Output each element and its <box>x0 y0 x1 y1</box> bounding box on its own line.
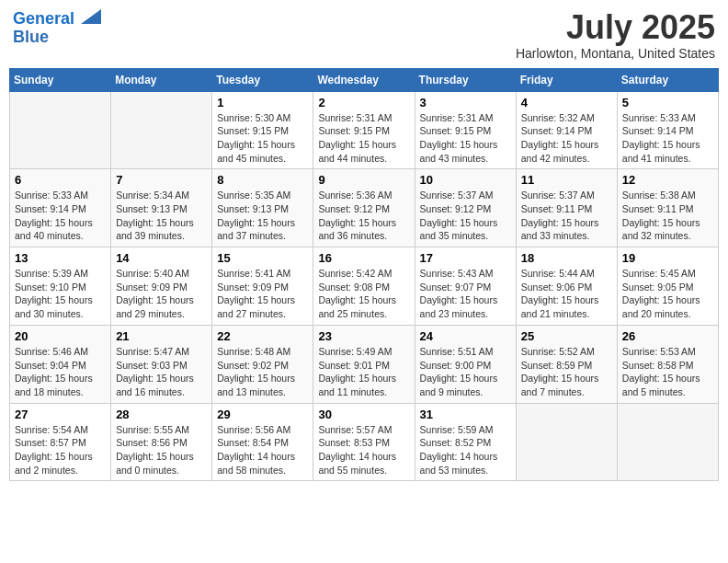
calendar-cell: 20Sunrise: 5:46 AMSunset: 9:04 PMDayligh… <box>10 325 111 403</box>
calendar-cell: 5Sunrise: 5:33 AMSunset: 9:14 PMDaylight… <box>617 91 718 169</box>
calendar-cell: 10Sunrise: 5:37 AMSunset: 9:12 PMDayligh… <box>415 169 516 247</box>
calendar-cell: 6Sunrise: 5:33 AMSunset: 9:14 PMDaylight… <box>10 169 111 247</box>
calendar-cell: 21Sunrise: 5:47 AMSunset: 9:03 PMDayligh… <box>111 325 212 403</box>
day-number: 13 <box>15 251 106 265</box>
day-info: Sunrise: 5:39 AMSunset: 9:10 PMDaylight:… <box>15 267 106 321</box>
calendar-cell: 4Sunrise: 5:32 AMSunset: 9:14 PMDaylight… <box>516 91 617 169</box>
day-info: Sunrise: 5:36 AMSunset: 9:12 PMDaylight:… <box>318 189 409 243</box>
calendar-cell: 17Sunrise: 5:43 AMSunset: 9:07 PMDayligh… <box>415 247 516 326</box>
day-info: Sunrise: 5:45 AMSunset: 9:05 PMDaylight:… <box>622 267 713 321</box>
day-number: 2 <box>318 96 409 109</box>
day-number: 30 <box>318 408 409 421</box>
calendar-cell: 29Sunrise: 5:56 AMSunset: 8:54 PMDayligh… <box>212 403 313 481</box>
day-number: 25 <box>521 329 612 343</box>
day-info: Sunrise: 5:52 AMSunset: 8:59 PMDaylight:… <box>521 345 612 399</box>
day-number: 21 <box>116 329 207 343</box>
day-info: Sunrise: 5:44 AMSunset: 9:06 PMDaylight:… <box>521 267 612 321</box>
day-info: Sunrise: 5:43 AMSunset: 9:07 PMDaylight:… <box>420 267 511 321</box>
day-info: Sunrise: 5:42 AMSunset: 9:08 PMDaylight:… <box>318 267 409 321</box>
day-info: Sunrise: 5:47 AMSunset: 9:03 PMDaylight:… <box>116 345 207 399</box>
calendar-cell: 23Sunrise: 5:49 AMSunset: 9:01 PMDayligh… <box>313 325 415 403</box>
calendar-cell: 11Sunrise: 5:37 AMSunset: 9:11 PMDayligh… <box>516 169 617 247</box>
calendar-cell: 22Sunrise: 5:48 AMSunset: 9:02 PMDayligh… <box>212 325 313 403</box>
weekday-header-thursday: Thursday <box>415 68 516 91</box>
day-info: Sunrise: 5:33 AMSunset: 9:14 PMDaylight:… <box>622 111 713 166</box>
calendar-cell <box>10 91 111 169</box>
day-number: 31 <box>420 408 511 421</box>
day-info: Sunrise: 5:34 AMSunset: 9:13 PMDaylight:… <box>116 189 207 243</box>
day-number: 6 <box>15 173 106 187</box>
day-number: 16 <box>318 251 409 265</box>
weekday-header-monday: Monday <box>111 68 212 91</box>
title-block: July 2025 Harlowton, Montana, United Sta… <box>516 9 715 61</box>
day-number: 17 <box>420 251 511 265</box>
logo-general: General <box>13 9 74 28</box>
day-number: 27 <box>15 408 106 421</box>
weekday-header-friday: Friday <box>516 68 617 91</box>
day-info: Sunrise: 5:31 AMSunset: 9:15 PMDaylight:… <box>318 111 409 166</box>
logo: General Blue <box>13 9 101 47</box>
calendar-body: 1Sunrise: 5:30 AMSunset: 9:15 PMDaylight… <box>10 91 719 481</box>
day-info: Sunrise: 5:40 AMSunset: 9:09 PMDaylight:… <box>116 267 207 321</box>
day-number: 29 <box>217 408 308 421</box>
calendar-cell: 12Sunrise: 5:38 AMSunset: 9:11 PMDayligh… <box>617 169 718 247</box>
day-number: 1 <box>217 96 308 109</box>
day-number: 28 <box>116 408 207 421</box>
logo-blue: Blue <box>13 28 49 46</box>
location-title: Harlowton, Montana, United States <box>516 46 715 61</box>
calendar-cell <box>516 403 617 481</box>
calendar-table: SundayMondayTuesdayWednesdayThursdayFrid… <box>9 68 719 482</box>
calendar-cell: 1Sunrise: 5:30 AMSunset: 9:15 PMDaylight… <box>212 91 313 169</box>
day-number: 12 <box>622 173 713 187</box>
day-info: Sunrise: 5:32 AMSunset: 9:14 PMDaylight:… <box>521 111 612 166</box>
day-number: 20 <box>15 329 106 343</box>
day-number: 18 <box>521 251 612 265</box>
day-info: Sunrise: 5:41 AMSunset: 9:09 PMDaylight:… <box>217 267 308 321</box>
logo-icon <box>81 9 101 24</box>
calendar-cell: 30Sunrise: 5:57 AMSunset: 8:53 PMDayligh… <box>313 403 415 481</box>
weekday-header-row: SundayMondayTuesdayWednesdayThursdayFrid… <box>10 68 719 91</box>
day-info: Sunrise: 5:35 AMSunset: 9:13 PMDaylight:… <box>217 189 308 243</box>
month-title: July 2025 <box>516 9 715 46</box>
day-number: 10 <box>420 173 511 187</box>
day-number: 24 <box>420 329 511 343</box>
day-number: 11 <box>521 173 612 187</box>
day-info: Sunrise: 5:30 AMSunset: 9:15 PMDaylight:… <box>217 111 308 166</box>
day-number: 22 <box>217 329 308 343</box>
calendar-cell: 14Sunrise: 5:40 AMSunset: 9:09 PMDayligh… <box>111 247 212 326</box>
calendar-cell: 18Sunrise: 5:44 AMSunset: 9:06 PMDayligh… <box>516 247 617 326</box>
calendar-cell: 24Sunrise: 5:51 AMSunset: 9:00 PMDayligh… <box>415 325 516 403</box>
day-info: Sunrise: 5:54 AMSunset: 8:57 PMDaylight:… <box>15 423 106 477</box>
day-info: Sunrise: 5:33 AMSunset: 9:14 PMDaylight:… <box>15 189 106 243</box>
calendar-cell: 16Sunrise: 5:42 AMSunset: 9:08 PMDayligh… <box>313 247 415 326</box>
calendar-cell: 15Sunrise: 5:41 AMSunset: 9:09 PMDayligh… <box>212 247 313 326</box>
day-number: 14 <box>116 251 207 265</box>
calendar-cell: 7Sunrise: 5:34 AMSunset: 9:13 PMDaylight… <box>111 169 212 247</box>
calendar-cell: 8Sunrise: 5:35 AMSunset: 9:13 PMDaylight… <box>212 169 313 247</box>
day-info: Sunrise: 5:37 AMSunset: 9:12 PMDaylight:… <box>420 189 511 243</box>
day-info: Sunrise: 5:55 AMSunset: 8:56 PMDaylight:… <box>116 423 207 477</box>
day-number: 15 <box>217 251 308 265</box>
weekday-header-tuesday: Tuesday <box>212 68 313 91</box>
calendar-cell: 27Sunrise: 5:54 AMSunset: 8:57 PMDayligh… <box>10 403 111 481</box>
day-info: Sunrise: 5:51 AMSunset: 9:00 PMDaylight:… <box>420 345 511 399</box>
day-info: Sunrise: 5:49 AMSunset: 9:01 PMDaylight:… <box>318 345 409 399</box>
calendar-cell <box>111 91 212 169</box>
day-number: 3 <box>420 96 511 109</box>
svg-marker-0 <box>81 9 101 24</box>
day-number: 19 <box>622 251 713 265</box>
day-info: Sunrise: 5:31 AMSunset: 9:15 PMDaylight:… <box>420 111 511 166</box>
day-number: 5 <box>622 96 713 109</box>
weekday-header-wednesday: Wednesday <box>313 68 415 91</box>
week-row-2: 6Sunrise: 5:33 AMSunset: 9:14 PMDaylight… <box>10 169 719 247</box>
day-info: Sunrise: 5:48 AMSunset: 9:02 PMDaylight:… <box>217 345 308 399</box>
day-info: Sunrise: 5:53 AMSunset: 8:58 PMDaylight:… <box>622 345 713 399</box>
weekday-header-sunday: Sunday <box>10 68 111 91</box>
calendar-cell: 28Sunrise: 5:55 AMSunset: 8:56 PMDayligh… <box>111 403 212 481</box>
day-info: Sunrise: 5:56 AMSunset: 8:54 PMDaylight:… <box>217 423 308 477</box>
day-number: 26 <box>622 329 713 343</box>
calendar-cell: 25Sunrise: 5:52 AMSunset: 8:59 PMDayligh… <box>516 325 617 403</box>
day-number: 8 <box>217 173 308 187</box>
calendar-cell: 19Sunrise: 5:45 AMSunset: 9:05 PMDayligh… <box>617 247 718 326</box>
day-info: Sunrise: 5:46 AMSunset: 9:04 PMDaylight:… <box>15 345 106 399</box>
